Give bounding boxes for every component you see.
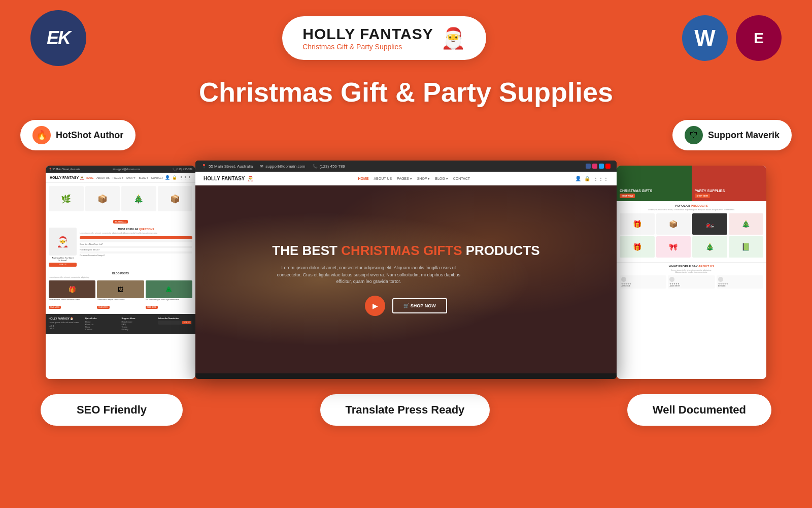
popular-product-4: 🎄 [729, 213, 764, 235]
footer-col-1: HOLLY FANTASY 🎅 Lorem ipsum dolor sit am… [49, 317, 83, 331]
testimonial-3: ★★★★★ BOB LEE [717, 275, 763, 289]
documented-badge: Well Documented [627, 394, 771, 426]
hotshot-badge: 🔥 HotShot Author [20, 120, 136, 150]
center-nav-brand: HOLLY FANTASY 🎅 [204, 176, 253, 181]
center-phone-text: (123) 456-789 [320, 164, 345, 169]
twitter-icon [599, 164, 604, 169]
blog-desc: Lorem ipsum dolor sit amet, consectetur … [49, 276, 192, 278]
badges-row: 🔥 HotShot Author 🛡 Support Maverik [0, 120, 812, 150]
facebook-icon [586, 164, 591, 169]
right-logos: W E [682, 15, 782, 61]
testimonial-author-3: BOB LEE [718, 285, 762, 287]
read-more-2[interactable]: READ MORE [97, 306, 109, 309]
footer-subscribe-title: Subscribe Newsletter [158, 317, 192, 320]
subscribe-btn[interactable]: SIGN UP [182, 321, 191, 324]
left-nav-links: HOME ABOUT USPAGES ▾SHOP ▾BLOG ▾CONTACT [86, 176, 163, 179]
party-shop-btn[interactable]: SHOP NOW [695, 194, 710, 198]
social-icons [586, 164, 611, 169]
left-blog-section: BLOG POSTS Lorem ipsum dolor sit amet, c… [46, 270, 195, 312]
blog-text-2: Consectetur Tempor Facilisi Donec [97, 299, 144, 301]
avatar-3 [718, 277, 723, 282]
elementor-letter: E [754, 29, 764, 47]
left-email: ✉ support@domain.com [113, 168, 140, 171]
wordpress-logo: W [682, 15, 728, 61]
popular-product-2: 📦 [656, 213, 691, 235]
footer-quick-title: Quick Links [85, 317, 120, 320]
previews-area: 📍 55 Main Street, Australia ✉ support@do… [0, 161, 812, 379]
center-hero: THE BEST CHRISTMAS GIFTS PRODUCTS Lorem … [195, 185, 617, 373]
faq-content: MOST POPULAR QUESTIONS Lorem ipsum dolor… [80, 228, 192, 257]
nav-shop[interactable]: SHOP ▾ [417, 177, 430, 181]
nav-home[interactable]: HOME [358, 177, 368, 181]
shop-now-button[interactable]: 🛒 SHOP NOW [392, 298, 447, 313]
center-email: ✉ support@domain.com [260, 164, 305, 169]
popular-product-3: 🏍️ [692, 213, 727, 235]
center-topbar: 📍 55 Main Street, Australia ✉ support@do… [195, 161, 617, 172]
preview-left: 📍 55 Main Street, Australia ✉ support@do… [46, 166, 195, 379]
left-phone: 📞 (123) 456-789 [173, 168, 192, 171]
read-more-3[interactable]: READ MORE [146, 306, 158, 309]
hero-description: Lorem ipsum dolor sit amet, consectetur … [272, 265, 465, 285]
user-icon[interactable]: 👤 [575, 176, 581, 181]
filter-button[interactable]: FILTER ALL [113, 220, 128, 224]
footer-desc: Lorem ipsum dolor sit amet lorem [49, 321, 83, 324]
blog-item-2: 🖼 Consectetur Tempor Facilisi Donec READ… [97, 280, 144, 310]
popular-products-grid: 🎁 📦 🏍️ 🎄 [620, 213, 763, 235]
blog-img-2: 🖼 [97, 280, 144, 298]
faq-q2: Holly Enterprise Manual? [80, 249, 192, 251]
read-more-1[interactable]: READ MORE [49, 306, 61, 309]
submit-btn[interactable]: SUBMIT IT! [49, 263, 77, 267]
left-product-4: 📦 [158, 186, 193, 211]
footer-support-links: Help CenterFAQTermsPrivacy [122, 321, 156, 331]
center-email-text: support@domain.com [265, 164, 305, 169]
christmas-shop-btn[interactable]: SHOP NOW [620, 194, 635, 198]
left-faq-section: 🎅 Anything Else You WantTo Know? SUBMIT … [46, 226, 195, 269]
wordpress-letter: W [694, 25, 716, 51]
footer-email-input[interactable]: SIGN UP [158, 321, 192, 325]
center-address: 📍 55 Main Street, Australia [201, 164, 253, 169]
left-footer: HOLLY FANTASY 🎅 Lorem ipsum dolor sit am… [46, 314, 195, 334]
center-address-text: 55 Main Street, Australia [209, 164, 253, 169]
ek-logo-text: EK [47, 27, 70, 49]
hero-buttons: ▶ 🛒 SHOP NOW [272, 296, 539, 316]
nav-pages[interactable]: PAGES ▾ [397, 177, 412, 181]
faq-item-3 [80, 251, 192, 253]
left-product-3: 🎄 [121, 186, 156, 211]
testimonials-desc: Lorem ipsum dolor sit amet consectetur a… [620, 269, 763, 273]
elementor-logo: E [736, 15, 782, 61]
footer-links-1: Link 1Link 2 [49, 325, 83, 330]
center-logo-subtitle: Christmas Gift & Party Supplies [302, 43, 433, 51]
center-topbar-info: 📍 55 Main Street, Australia ✉ support@do… [201, 164, 345, 169]
christmas-label: CHRISTMAS GIFTS [620, 189, 652, 193]
grid-icon[interactable]: ⋮⋮⋮ [593, 176, 608, 181]
blog-item-3: 🌲 Pot Porttitor Augue Prima Eget Malesua… [146, 280, 192, 310]
center-phone: 📞 (123) 456-789 [313, 164, 345, 169]
party-panel-content: PARTY SUPPLIES SHOP NOW [695, 189, 725, 198]
nav-about[interactable]: ABOUT US [374, 177, 392, 181]
testimonial-author-2: JANE SMITH [669, 285, 713, 287]
right-popular: POPULAR PRODUCTS Lorem ipsum dolor sit a… [617, 201, 766, 262]
hotshot-flame: 🔥 [36, 130, 47, 141]
christmas-gifts-panel: CHRISTMAS GIFTS SHOP NOW [617, 166, 692, 201]
center-logo: HOLLY FANTASY Christmas Gift & Party Sup… [282, 16, 486, 60]
blog-text-3: Pot Porttitor Augue Prima Eget Malesuada [146, 299, 192, 301]
hotshot-icon: 🔥 [32, 126, 51, 144]
footer-col-4: Subscribe Newsletter SIGN UP [158, 317, 192, 331]
nav-blog[interactable]: BLOG ▾ [435, 177, 448, 181]
nav-contact[interactable]: CONTACT [453, 177, 470, 181]
lock-icon[interactable]: 🔒 [584, 176, 590, 181]
play-button[interactable]: ▶ [365, 296, 385, 316]
christmas-panel-content: CHRISTMAS GIFTS SHOP NOW [620, 189, 652, 198]
center-nav-links: HOME ABOUT US PAGES ▾ SHOP ▾ BLOG ▾ CONT… [358, 177, 470, 181]
avatar-2 [669, 277, 674, 282]
left-nav-brand: HOLLY FANTASY 🎅 [50, 176, 84, 180]
right-testimonials: WHAT PEOPLE SAY ABOUT US Lorem ipsum dol… [617, 262, 766, 291]
hero-content: THE BEST CHRISTMAS GIFTS PRODUCTS Lorem … [272, 243, 539, 316]
top-bar: EK HOLLY FANTASY Christmas Gift & Party … [0, 0, 812, 76]
faq-item-active [80, 236, 192, 239]
blog-grid: 🎁 Porta Mincetur Facilisi Sit Natos Lore… [49, 280, 192, 310]
blog-img-1: 🎁 [49, 280, 95, 298]
hero-title: THE BEST CHRISTMAS GIFTS PRODUCTS [272, 243, 539, 259]
faq-santa-image: 🎅 [49, 228, 77, 256]
faq-title: MOST POPULAR QUESTIONS [80, 228, 192, 231]
